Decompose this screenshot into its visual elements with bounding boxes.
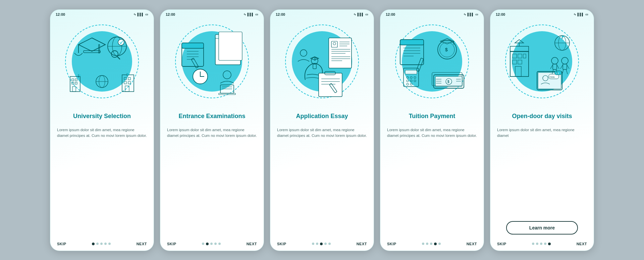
skip-btn-4[interactable]: SKIP [387,242,396,246]
dot-2-3 [210,243,213,245]
content-area-4: Tuition Payment Lorem ipsum dolor sit di… [380,105,484,239]
svg-text:$: $ [447,80,449,84]
svg-line-137 [560,65,563,69]
status-icons-1: ∿ ▌▌▌ ▭ [133,13,148,16]
status-bar-3: 12:00 ∿ ▌▌▌ ▭ [270,10,374,18]
svg-rect-13 [72,82,74,84]
illustration-area-2: A ✓ B ✗ C ✓ [160,18,264,105]
status-bar-5: 12:00 ∿ ▌▌▌ ▭ [490,10,594,18]
signal-icon-2: ▌▌▌ [248,13,254,16]
dot-3-1 [312,243,314,245]
svg-rect-136 [563,64,567,69]
svg-rect-67 [319,73,342,97]
phone-screen-2: 12:00 ∿ ▌▌▌ ▭ [160,9,264,251]
next-btn-3[interactable]: NEXT [357,242,367,246]
svg-rect-11 [72,79,74,81]
next-btn-1[interactable]: NEXT [137,242,147,246]
next-btn-4[interactable]: NEXT [467,242,477,246]
status-time-5: 12:00 [496,12,505,16]
wifi-icon-4: ∿ [464,13,466,16]
illustration-svg-2: A ✓ B ✗ C ✓ [175,24,249,98]
skip-btn-3[interactable]: SKIP [277,242,286,246]
svg-point-87 [410,80,412,82]
learn-more-button[interactable]: Learn more [506,221,578,235]
status-bar-1: 12:00 ∿ ▌▌▌ ▭ [50,10,154,18]
next-btn-2[interactable]: NEXT [247,242,257,246]
skip-btn-2[interactable]: SKIP [167,242,176,246]
skip-btn-5[interactable]: SKIP [497,242,506,246]
svg-rect-115 [518,60,522,64]
svg-marker-110 [515,40,524,43]
dot-4-5 [438,243,441,245]
illustration-area-5: Hola Hi [490,18,594,105]
svg-rect-108 [510,46,529,52]
dot-1-5 [108,243,111,245]
screen-body-2: Lorem ipsum dolor sit dim amet, mea regi… [167,127,257,237]
svg-rect-55 [329,38,352,68]
svg-point-135 [561,57,568,64]
status-time-3: 12:00 [276,12,285,16]
svg-rect-112 [518,54,522,58]
dot-3-2 [316,243,318,245]
wifi-icon-2: ∿ [244,13,246,16]
svg-marker-0 [78,38,105,51]
svg-rect-30 [182,43,204,48]
screen-body-1: Lorem ipsum dolor sit dim amet, mea regi… [57,127,147,237]
phone-screen-3: 12:00 ∿ ▌▌▌ ▭ [270,9,374,251]
battery-icon-2: ▭ [255,13,258,16]
illustration-area-4: $ $ [380,18,484,105]
status-time-1: 12:00 [56,12,65,16]
skip-btn-1[interactable]: SKIP [57,242,66,246]
signal-icon-5: ▌▌▌ [578,13,584,16]
dot-1-4 [104,243,107,245]
dot-1-2 [96,243,99,245]
bottom-nav-5: SKIP NEXT [490,239,594,251]
next-btn-5[interactable]: NEXT [577,242,587,246]
svg-rect-19 [124,82,126,84]
content-area-1: University Selection Lorem ipsum dolor s… [50,105,154,239]
screen-title-1: University Selection [57,109,147,124]
dot-3-5 [328,243,331,245]
svg-point-89 [407,83,409,85]
dot-4-3 [430,243,432,245]
phone-screen-4: 12:00 ∿ ▌▌▌ ▭ [380,9,484,251]
battery-icon-4: ▭ [475,13,478,16]
wifi-icon-3: ∿ [354,13,356,16]
screen-title-5: Open-door day visits [497,109,587,124]
illustration-svg-1 [65,24,139,98]
svg-rect-113 [523,54,526,58]
dot-1-1 [92,243,95,245]
illustration-area-1 [50,18,154,105]
svg-rect-15 [72,87,76,92]
svg-rect-52 [313,64,316,69]
screen-title-2: Entrance Examinations [167,109,257,124]
dot-4-1 [422,243,424,245]
svg-rect-42 [219,32,242,60]
illustration-svg-5: Hola Hi [505,24,579,98]
svg-rect-130 [553,64,557,69]
dot-5-3 [540,243,542,245]
wifi-icon-5: ∿ [574,13,576,16]
svg-rect-116 [515,66,521,76]
dot-5-4 [544,243,546,245]
phone-screen-1: 12:00 ∿ ▌▌▌ ▭ [50,9,154,251]
dot-3-4 [324,243,327,245]
svg-rect-114 [513,60,517,64]
signal-icon-3: ▌▌▌ [358,13,364,16]
status-icons-5: ∿ ▌▌▌ ▭ [574,13,588,16]
svg-rect-111 [513,54,517,58]
svg-rect-75 [400,40,424,45]
dots-3 [312,243,331,245]
svg-point-83 [407,76,409,79]
status-bar-2: 12:00 ∿ ▌▌▌ ▭ [160,10,264,18]
dot-1-3 [100,243,103,245]
status-icons-4: ∿ ▌▌▌ ▭ [464,13,478,16]
svg-point-90 [410,83,412,85]
battery-icon-3: ▭ [365,13,368,16]
dot-2-5 [218,243,221,245]
status-time-4: 12:00 [386,12,395,16]
status-bar-4: 12:00 ∿ ▌▌▌ ▭ [380,10,484,18]
screens-container: 12:00 ∿ ▌▌▌ ▭ [50,9,594,251]
svg-rect-14 [75,82,77,84]
svg-rect-12 [75,79,77,81]
